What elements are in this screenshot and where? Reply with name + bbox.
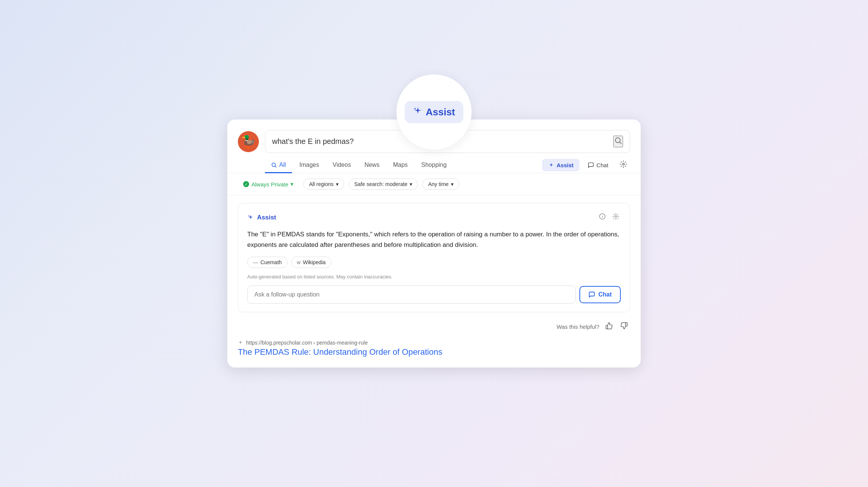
time-label: Any time: [428, 181, 448, 187]
tab-shopping[interactable]: Shopping: [415, 158, 453, 173]
assist-card-header: Assist: [247, 212, 621, 223]
chat-nav-label: Chat: [596, 162, 608, 168]
helpful-row: Was this helpful?: [238, 321, 630, 333]
search-button[interactable]: [613, 136, 623, 147]
svg-line-1: [620, 142, 621, 144]
time-filter[interactable]: Any time ▾: [422, 178, 459, 190]
cuemath-icon: —: [253, 259, 258, 265]
nav-right-actions: Assist Chat: [542, 157, 630, 173]
time-chevron-icon: ▾: [451, 181, 454, 187]
search-result: https://blog.prepscholar.com › pemdas-me…: [238, 340, 630, 357]
search-result-url: https://blog.prepscholar.com › pemdas-me…: [238, 340, 630, 346]
tab-all[interactable]: All: [265, 158, 292, 173]
svg-line-3: [275, 166, 276, 167]
sources-row: — Cuemath w Wikipedia: [247, 257, 621, 268]
chat-nav-button[interactable]: Chat: [582, 159, 614, 171]
assist-answer-text: The "E" in PEMDAS stands for "Exponents,…: [247, 229, 621, 250]
regions-filter[interactable]: All regions ▾: [303, 178, 344, 190]
helpful-label: Was this helpful?: [556, 324, 599, 330]
tab-images-label: Images: [299, 162, 319, 168]
tab-images[interactable]: Images: [293, 158, 325, 173]
private-chevron-icon: ▾: [290, 181, 293, 188]
tab-maps-label: Maps: [393, 162, 408, 168]
wikipedia-label: Wikipedia: [303, 259, 326, 265]
assist-card-actions: [597, 212, 621, 223]
content-area: Assist: [227, 195, 641, 367]
assist-star-icon: [413, 106, 423, 118]
main-card: 🦆 what's the E in pedmas? All: [227, 119, 641, 367]
assist-bubble: Assist: [396, 74, 472, 150]
source-wikipedia[interactable]: w Wikipedia: [291, 257, 331, 268]
safesearch-label: Safe search: moderate: [354, 181, 408, 187]
assist-settings-button[interactable]: [611, 212, 621, 223]
follow-up-input[interactable]: [247, 286, 576, 304]
search-result-title[interactable]: The PEMDAS Rule: Understanding Order of …: [238, 347, 630, 357]
assist-bubble-inner: Assist: [405, 101, 463, 123]
always-private-filter[interactable]: ✓ Always Private ▾: [238, 178, 299, 190]
settings-button[interactable]: [617, 157, 630, 173]
duckduckgo-logo: 🦆: [238, 131, 259, 152]
tab-news-label: News: [364, 162, 380, 168]
regions-label: All regions: [309, 181, 333, 187]
assist-answer-card: Assist: [238, 203, 630, 312]
cuemath-label: Cuemath: [260, 259, 282, 265]
safesearch-filter[interactable]: Safe search: moderate ▾: [349, 178, 418, 190]
follow-up-row: Chat: [247, 286, 621, 304]
filter-bar: ✓ Always Private ▾ All regions ▾ Safe se…: [227, 173, 641, 195]
thumbs-down-button[interactable]: [619, 321, 629, 333]
assist-info-button[interactable]: [597, 212, 607, 223]
tab-news[interactable]: News: [358, 158, 386, 173]
page-wrapper: Assist 🦆 what's the E in pedmas?: [227, 119, 641, 367]
auto-generated-note: Auto-generated based on listed sources. …: [247, 274, 621, 280]
private-check-icon: ✓: [243, 181, 249, 187]
wikipedia-icon: w: [297, 259, 301, 265]
nav-tabs: All Images Videos News Maps Shopping: [227, 153, 641, 173]
thumbs-up-button[interactable]: [604, 321, 614, 333]
tab-shopping-label: Shopping: [421, 162, 447, 168]
assist-card-title: Assist: [247, 214, 276, 221]
assist-nav-button[interactable]: Assist: [542, 159, 579, 171]
tab-videos-label: Videos: [333, 162, 351, 168]
chat-followup-label: Chat: [598, 291, 612, 298]
assist-card-title-text: Assist: [257, 214, 276, 221]
assist-bubble-label: Assist: [426, 106, 455, 118]
chat-followup-button[interactable]: Chat: [579, 286, 621, 303]
svg-point-4: [623, 163, 625, 165]
tab-videos[interactable]: Videos: [327, 158, 357, 173]
result-url-text: https://blog.prepscholar.com › pemdas-me…: [246, 340, 368, 346]
svg-point-8: [615, 216, 617, 218]
source-cuemath[interactable]: — Cuemath: [247, 257, 287, 268]
assist-nav-label: Assist: [556, 162, 573, 168]
tab-all-label: All: [279, 162, 286, 168]
safesearch-chevron-icon: ▾: [410, 181, 412, 187]
regions-chevron-icon: ▾: [336, 181, 339, 187]
always-private-label: Always Private: [251, 181, 288, 188]
assist-bubble-circle: Assist: [396, 74, 472, 150]
tab-maps[interactable]: Maps: [387, 158, 414, 173]
